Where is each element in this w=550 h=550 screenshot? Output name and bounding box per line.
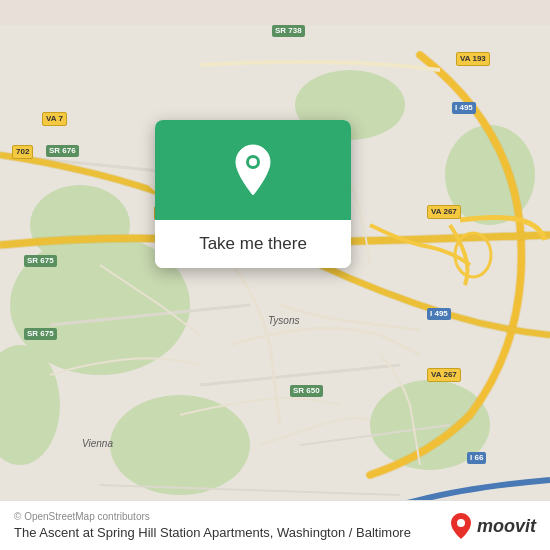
moovit-logo: moovit: [449, 512, 536, 540]
svg-point-15: [249, 158, 257, 166]
badge-va193: VA 193: [456, 52, 490, 66]
take-me-there-button[interactable]: Take me there: [155, 220, 351, 268]
badge-va7: VA 7: [42, 112, 67, 126]
badge-sr675b: SR 675: [24, 328, 57, 340]
popup-card: Take me there: [155, 120, 351, 268]
badge-sr650: SR 650: [290, 385, 323, 397]
svg-point-16: [457, 519, 465, 527]
city-label-vienna: Vienna: [82, 438, 113, 449]
bottom-bar: © OpenStreetMap contributors The Ascent …: [0, 500, 550, 550]
map-container: VA 7 SR 738 VA 193 SR 676 702 I 495 VA 2…: [0, 0, 550, 550]
badge-i495-mid: I 495: [427, 308, 451, 320]
city-label-tysons: Tysons: [268, 315, 300, 326]
badge-i495-top: I 495: [452, 102, 476, 114]
svg-point-3: [110, 395, 250, 495]
badge-i66: I 66: [467, 452, 486, 464]
badge-sr676: SR 676: [46, 145, 79, 157]
badge-702: 702: [12, 145, 33, 159]
badge-va267b: VA 267: [427, 368, 461, 382]
svg-point-2: [30, 185, 130, 265]
moovit-text: moovit: [477, 516, 536, 537]
badge-sr738: SR 738: [272, 25, 305, 37]
location-pin-icon: [231, 143, 275, 197]
popup-icon-area: [155, 120, 351, 220]
moovit-pin-icon: [449, 512, 473, 540]
badge-va267: VA 267: [427, 205, 461, 219]
take-me-there-label: Take me there: [199, 234, 307, 254]
badge-sr675a: SR 675: [24, 255, 57, 267]
